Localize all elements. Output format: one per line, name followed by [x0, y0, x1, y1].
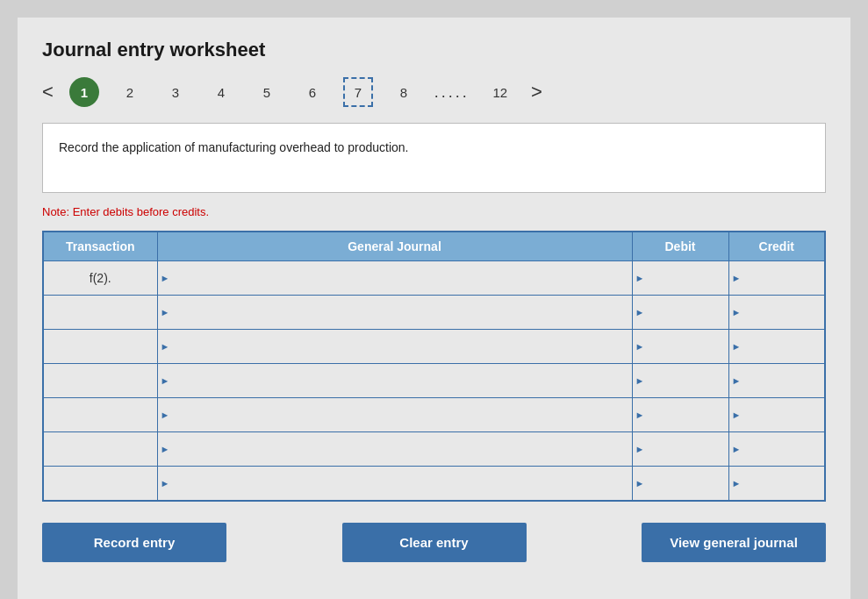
- nav-item-5[interactable]: 5: [252, 77, 282, 107]
- cell-debit-4[interactable]: ►: [632, 364, 728, 398]
- cell-credit-3[interactable]: ►: [728, 330, 825, 364]
- credit-arrow-1: ►: [729, 273, 744, 283]
- input-general-3[interactable]: [172, 330, 631, 363]
- cell-debit-1[interactable]: ►: [632, 261, 728, 296]
- nav-item-2[interactable]: 2: [115, 77, 145, 107]
- navigation-row: < 1 2 3 4 5 6 7 8 ..... 12 >: [42, 77, 826, 107]
- view-general-journal-button[interactable]: View general journal: [642, 523, 826, 562]
- debit-arrow-7: ►: [633, 478, 648, 488]
- cell-credit-6[interactable]: ►: [728, 432, 825, 467]
- input-credit-1[interactable]: [743, 261, 824, 295]
- debit-arrow-1: ►: [633, 273, 648, 283]
- input-debit-6[interactable]: [647, 432, 728, 466]
- nav-item-12[interactable]: 12: [485, 77, 515, 107]
- description-text: Record the application of manufacturing …: [59, 140, 408, 154]
- cell-general-6[interactable]: ►: [157, 432, 632, 467]
- cell-transaction-4: [43, 364, 157, 398]
- credit-arrow-5: ►: [729, 410, 744, 420]
- nav-dots: .....: [434, 83, 470, 102]
- debit-arrow-4: ►: [633, 375, 648, 386]
- input-general-4[interactable]: [172, 364, 631, 397]
- clear-entry-button[interactable]: Clear entry: [342, 523, 527, 562]
- cell-debit-5[interactable]: ►: [632, 398, 728, 432]
- cell-credit-5[interactable]: ►: [728, 398, 825, 432]
- cell-transaction-7: [43, 467, 157, 502]
- debit-arrow-3: ►: [633, 341, 648, 352]
- cell-credit-2[interactable]: ►: [728, 296, 825, 330]
- journal-table: Transaction General Journal Debit Credit…: [42, 231, 826, 502]
- row-arrow-4: ►: [158, 375, 173, 386]
- debit-arrow-5: ►: [633, 410, 648, 420]
- cell-credit-4[interactable]: ►: [728, 364, 825, 398]
- th-transaction: Transaction: [43, 232, 157, 261]
- row-arrow-6: ►: [158, 444, 173, 454]
- page-title: Journal entry worksheet: [42, 39, 826, 61]
- row-arrow-2: ►: [158, 307, 173, 317]
- note-text: Note: Enter debits before credits.: [42, 205, 826, 218]
- cell-general-3[interactable]: ►: [157, 330, 632, 364]
- cell-general-1[interactable]: ►: [157, 261, 632, 296]
- input-general-7[interactable]: [172, 467, 631, 500]
- table-row: ► ► ►: [43, 364, 825, 398]
- table-row: ► ► ►: [43, 330, 825, 364]
- debit-arrow-2: ►: [633, 307, 648, 317]
- table-row: ► ► ►: [43, 467, 825, 502]
- cell-credit-1[interactable]: ►: [728, 261, 825, 296]
- nav-item-6[interactable]: 6: [298, 77, 327, 107]
- input-debit-5[interactable]: [647, 398, 728, 431]
- next-arrow[interactable]: >: [531, 81, 542, 103]
- nav-item-1[interactable]: 1: [69, 77, 99, 107]
- input-debit-3[interactable]: [647, 330, 728, 363]
- cell-debit-6[interactable]: ►: [632, 432, 728, 467]
- row-arrow-5: ►: [158, 410, 173, 420]
- input-general-2[interactable]: [172, 296, 631, 329]
- input-debit-1[interactable]: [647, 261, 728, 295]
- input-credit-6[interactable]: [743, 432, 824, 466]
- row-arrow-7: ►: [158, 478, 173, 488]
- prev-arrow[interactable]: <: [42, 81, 54, 103]
- input-general-1[interactable]: [172, 261, 631, 295]
- credit-arrow-7: ►: [729, 478, 744, 488]
- th-general-journal: General Journal: [157, 232, 632, 261]
- cell-general-4[interactable]: ►: [157, 364, 632, 398]
- input-debit-4[interactable]: [647, 364, 728, 397]
- table-row: f(2). ► ► ►: [43, 261, 825, 296]
- cell-transaction-1: f(2).: [43, 261, 157, 296]
- nav-item-8[interactable]: 8: [389, 77, 419, 107]
- cell-credit-7[interactable]: ►: [728, 467, 825, 502]
- row-arrow-1: ►: [158, 273, 173, 283]
- cell-transaction-6: [43, 432, 157, 467]
- input-general-6[interactable]: [172, 432, 631, 466]
- input-credit-7[interactable]: [743, 467, 824, 500]
- input-debit-2[interactable]: [647, 296, 728, 329]
- table-row: ► ► ►: [43, 398, 825, 432]
- credit-arrow-2: ►: [729, 307, 744, 317]
- credit-arrow-3: ►: [729, 341, 744, 352]
- input-credit-3[interactable]: [743, 330, 824, 363]
- input-credit-2[interactable]: [743, 296, 824, 329]
- cell-debit-2[interactable]: ►: [632, 296, 728, 330]
- cell-debit-3[interactable]: ►: [632, 330, 728, 364]
- row-arrow-3: ►: [158, 341, 173, 352]
- cell-general-5[interactable]: ►: [157, 398, 632, 432]
- input-debit-7[interactable]: [647, 467, 728, 500]
- th-credit: Credit: [728, 232, 825, 261]
- worksheet-container: Journal entry worksheet < 1 2 3 4 5 6 7 …: [18, 18, 850, 599]
- input-credit-4[interactable]: [743, 364, 824, 397]
- table-row: ► ► ►: [43, 296, 825, 330]
- nav-item-7[interactable]: 7: [343, 77, 373, 107]
- buttons-row: Record entry Clear entry View general jo…: [42, 523, 826, 562]
- th-debit: Debit: [632, 232, 728, 261]
- input-general-5[interactable]: [172, 398, 631, 431]
- nav-item-4[interactable]: 4: [206, 77, 236, 107]
- cell-transaction-3: [43, 330, 157, 364]
- input-credit-5[interactable]: [743, 398, 824, 431]
- credit-arrow-6: ►: [729, 444, 744, 454]
- cell-general-2[interactable]: ►: [157, 296, 632, 330]
- cell-general-7[interactable]: ►: [157, 467, 632, 502]
- record-entry-button[interactable]: Record entry: [42, 523, 226, 562]
- nav-item-3[interactable]: 3: [161, 77, 190, 107]
- cell-debit-7[interactable]: ►: [632, 467, 728, 502]
- cell-transaction-2: [43, 296, 157, 330]
- description-box: Record the application of manufacturing …: [42, 123, 826, 193]
